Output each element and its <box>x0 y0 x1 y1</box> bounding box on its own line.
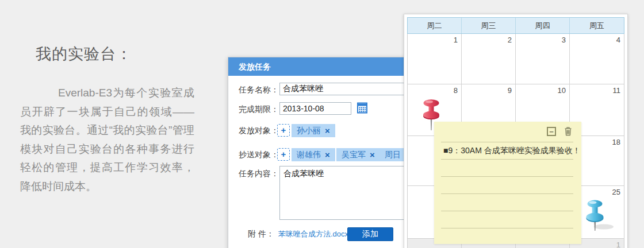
note-rule <box>441 193 573 194</box>
calendar-day-cell[interactable]: 1 <box>408 34 462 84</box>
weekday-header: 周三 <box>462 18 516 33</box>
plus-icon: + <box>281 125 286 135</box>
minimize-button[interactable]: − <box>547 127 556 136</box>
trash-icon[interactable] <box>564 126 572 136</box>
note-rule <box>441 176 573 177</box>
add-cc-button[interactable]: + <box>277 148 290 161</box>
weekday-header: 周二 <box>408 18 462 33</box>
task-name-input[interactable] <box>279 83 411 95</box>
tag-label: 孙小丽 <box>297 126 321 136</box>
calendar-week-row: 1 2 3 4 <box>407 34 624 84</box>
plus-icon: + <box>281 149 286 159</box>
task-form: 任务名称： 完成期限： 发放对象： + 孙小丽 × 抄送对象： + <box>228 76 418 248</box>
note-rule <box>441 142 573 142</box>
date-number: 11 <box>570 84 624 95</box>
add-attachment-button[interactable]: 添加 <box>347 227 393 241</box>
date-number: 1 <box>408 34 461 44</box>
date-number: 9 <box>462 84 515 95</box>
content-label: 任务内容： <box>239 169 279 179</box>
cc-tag: 谢雄伟 × <box>292 148 335 161</box>
cc-tag: 吴宝军 × <box>336 148 380 161</box>
attachment-label: 附 件： <box>248 229 274 239</box>
intro-paragraph: Everlab-E3为每个实验室成员开辟了一块属于自己的领域——我的实验台。通过… <box>20 84 194 196</box>
remove-tag-icon[interactable]: × <box>325 150 330 159</box>
task-dialog: 发放任务 任务名称： 完成期限： 发放对象： + 孙小丽 × 抄送对 <box>228 57 419 248</box>
remove-tag-icon[interactable]: × <box>370 150 375 159</box>
calendar-header-row: 周二 周三 周四 周五 <box>407 17 624 34</box>
tag-label: 周日 <box>385 150 401 160</box>
weekday-header: 周四 <box>516 18 570 33</box>
date-number: 4 <box>570 34 624 44</box>
remove-tag-icon[interactable]: × <box>325 126 330 135</box>
calendar-day-cell[interactable]: 4 <box>570 34 624 84</box>
cc-label: 抄送对象： <box>239 150 279 160</box>
blue-pushpin-icon <box>584 199 616 232</box>
recipient-tag: 孙小丽 × <box>292 124 335 137</box>
date-number: 2 <box>462 34 515 44</box>
reminder-text: ■9：30AM 合成苯咪唑实验成果验收！ <box>443 146 581 156</box>
tag-label: 吴宝军 <box>342 150 366 160</box>
sticky-note[interactable]: − ■9：30AM 合成苯咪唑实验成果验收！ <box>434 122 581 244</box>
red-pushpin-icon <box>421 98 441 131</box>
note-rule <box>441 211 573 211</box>
deadline-input[interactable] <box>279 102 351 115</box>
recipients-label: 发放对象： <box>239 126 279 136</box>
calendar-day-cell[interactable]: 3 <box>516 34 570 84</box>
calendar-icon[interactable] <box>357 102 367 114</box>
date-number: 3 <box>516 34 569 44</box>
note-rule <box>441 159 573 160</box>
tag-label: 谢雄伟 <box>297 150 321 160</box>
dialog-title[interactable]: 发放任务 <box>228 57 418 76</box>
page-title: 我的实验台： <box>36 44 132 64</box>
task-content-textarea[interactable]: 合成苯咪唑 <box>279 166 410 220</box>
page: 我的实验台： Everlab-E3为每个实验室成员开辟了一块属于自己的领域——我… <box>0 0 644 248</box>
date-number: 8 <box>408 84 461 95</box>
add-recipient-button[interactable]: + <box>277 124 290 137</box>
note-rule <box>441 228 573 228</box>
attachment-file-link[interactable]: 苯咪唑合成方法.docx <box>278 229 348 239</box>
weekday-header: 周五 <box>570 18 624 33</box>
date-number: 10 <box>516 84 569 95</box>
deadline-label: 完成期限： <box>239 104 279 115</box>
calendar-day-cell[interactable]: 2 <box>462 34 516 84</box>
task-name-label: 任务名称： <box>239 85 279 95</box>
